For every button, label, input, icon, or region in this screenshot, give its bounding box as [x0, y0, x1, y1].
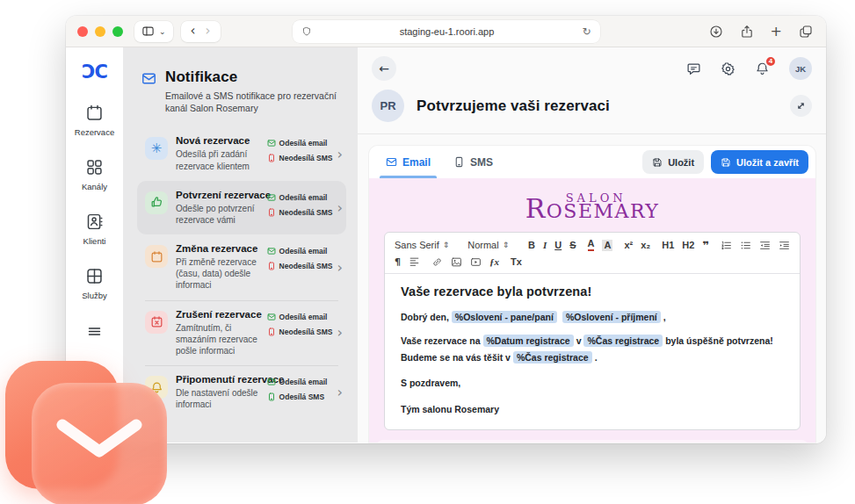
notification-desc: Dle nastavení odešle informaci [176, 387, 274, 410]
support-chat-icon[interactable] [686, 61, 701, 76]
notifications-bell-icon[interactable]: 4 [755, 61, 770, 76]
tab-overview-icon[interactable] [799, 25, 813, 39]
email-status-label: Odesílá email [279, 193, 328, 202]
zoom-window-button[interactable] [112, 26, 123, 37]
email-status-icon [267, 247, 276, 256]
sms-status-icon [267, 262, 276, 270]
refresh-icon[interactable]: ↻ [582, 25, 591, 38]
superscript-button[interactable]: x² [624, 241, 633, 250]
notification-title: Zrušení rezervace [176, 309, 267, 320]
email-status-icon [267, 193, 276, 202]
strikethrough-button[interactable]: S [569, 241, 576, 250]
indent-button[interactable] [779, 240, 790, 251]
editor-toolbar: Sans Serif⇕ Normal⇕ B I U S A [385, 233, 800, 274]
close-window-button[interactable] [77, 26, 88, 37]
notification-desc: Zamítnutím, či smazáním rezervace pošle … [176, 322, 274, 357]
notification-title: Nová rezervace [176, 135, 267, 146]
picker-arrows-icon: ⇕ [503, 241, 510, 249]
notification-item-zruseni-rezervace[interactable]: Zrušení rezervace Zamítnutím, či smazání… [137, 300, 346, 366]
placeholder-chip-time[interactable]: %Čas registrace [513, 351, 592, 364]
sms-status-icon [267, 154, 276, 162]
bullet-list-button[interactable] [740, 240, 751, 251]
email-status-icon [267, 139, 276, 148]
menu-button[interactable] [86, 323, 103, 340]
notification-item-zmena-rezervace[interactable]: Změna rezervace Při změně rezervace (čas… [137, 234, 346, 300]
expand-button[interactable] [790, 95, 812, 117]
formula-button[interactable]: ƒx [489, 257, 499, 267]
envelope-icon [32, 383, 167, 504]
calendar-x-icon [145, 311, 168, 334]
address-bar[interactable]: staging-eu-1.roori.app ↻ [293, 20, 600, 43]
align-button[interactable] [409, 256, 420, 268]
subscript-button[interactable]: x₂ [641, 241, 650, 250]
services-icon [85, 267, 104, 285]
notifications-panel: Notifikace Emailové a SMS notifikace pro… [123, 47, 358, 443]
chevron-down-icon: ⌄ [159, 27, 166, 36]
browser-window: ⌄ ‹ › staging-eu-1.roori.app ↻ + ƆC Reze… [66, 16, 826, 443]
email-main-text: Vaše rezervace na%Datum registracev%Čas … [401, 333, 784, 365]
save-close-button[interactable]: Uložit a zavřít [711, 150, 808, 174]
grid-icon [85, 158, 104, 176]
sms-status-icon [267, 328, 276, 336]
email-status-label: Odesílá email [279, 139, 328, 148]
user-avatar[interactable]: JK [789, 57, 812, 80]
text-direction-button[interactable]: ¶ [395, 257, 401, 267]
calendar-icon [85, 104, 104, 122]
back-nav-button[interactable]: ‹ [188, 25, 199, 38]
placeholder-chip-time[interactable]: %Čas registrace [583, 335, 663, 347]
tab-email[interactable]: Email [374, 146, 442, 178]
video-button[interactable] [470, 256, 482, 268]
contacts-icon [85, 212, 104, 231]
sidebar-item-klienti[interactable]: Klienti [83, 212, 106, 246]
notification-item-potvrzeni-rezervace[interactable]: Potvrzení rezervace Odešle po potvrzení … [137, 181, 346, 234]
save-button[interactable]: Uložit [642, 150, 704, 174]
panel-subtitle: Emailové a SMS notifikace pro rezervační… [165, 90, 346, 114]
heading2-button[interactable]: H2 [682, 241, 694, 250]
tab-sms[interactable]: SMS [442, 146, 504, 178]
email-status-icon [267, 378, 276, 386]
ordered-list-button[interactable] [721, 240, 732, 251]
notification-item-pripomenuti-rezervace[interactable]: Připomenutí rezervace Dle nastavení odeš… [137, 365, 346, 419]
forward-nav-button[interactable]: › [203, 25, 214, 38]
sidebar-item-kanaly[interactable]: Kanály [82, 158, 107, 191]
blockquote-button[interactable]: ❞ [702, 240, 709, 251]
italic-button[interactable]: I [543, 241, 547, 250]
app-logo[interactable]: ƆC [82, 61, 107, 83]
notification-item-nova-rezervace[interactable]: ✳ Nová rezervace Odesílá při zadání reze… [137, 126, 346, 180]
sidebar-toggle-button[interactable]: ⌄ [134, 21, 173, 42]
notification-desc: Při změně rezervace (času, data) odešle … [176, 256, 274, 292]
sidebar-item-sluzby[interactable]: Služby [82, 267, 107, 300]
placeholder-chip-date[interactable]: %Datum registrace [483, 335, 574, 347]
settings-gear-icon[interactable] [721, 61, 735, 76]
site-privacy-icon [301, 26, 312, 37]
highlight-color-button[interactable]: A [602, 240, 612, 251]
outdent-button[interactable] [759, 240, 771, 251]
underline-button[interactable]: U [554, 241, 562, 250]
link-button[interactable] [431, 256, 443, 268]
bold-button[interactable]: B [528, 241, 535, 250]
placeholder-chip-salutation[interactable]: %Oslovení - pane/paní [452, 311, 557, 323]
rich-text-editor[interactable]: Sans Serif⇕ Normal⇕ B I U S A [384, 232, 801, 430]
sidebar-item-label: Rezervace [75, 127, 114, 137]
clear-formatting-button[interactable]: Tx [511, 257, 522, 267]
picker-arrows-icon: ⇕ [443, 241, 450, 249]
size-picker[interactable]: Normal⇕ [467, 240, 517, 250]
placeholder-chip-lastname[interactable]: %Oslovení - příjmení [562, 311, 661, 323]
sidebar-item-rezervace[interactable]: Rezervace [75, 104, 114, 137]
back-button[interactable]: ← [372, 56, 396, 81]
hamburger-icon [86, 323, 103, 340]
email-body[interactable]: Vaše rezervace byla potvrzena! Dobrý den… [385, 274, 800, 429]
page-title: Potvrzujeme vaši rezervaci [417, 97, 610, 115]
heading1-button[interactable]: H1 [662, 241, 674, 250]
email-greeting: Dobrý den,%Oslovení - pane/paní%Oslovení… [401, 309, 784, 325]
new-tab-button[interactable]: + [771, 23, 782, 40]
notification-detail-card: Email SMS Uložit Uložit a zavřít [369, 146, 815, 443]
downloads-icon[interactable] [709, 25, 723, 39]
text-color-button[interactable]: A [588, 239, 595, 251]
share-icon[interactable] [740, 25, 754, 39]
image-button[interactable] [451, 256, 462, 268]
minimize-window-button[interactable] [95, 26, 105, 37]
font-picker[interactable]: Sans Serif⇕ [395, 240, 456, 250]
notification-desc: Odešle po potvrzení rezervace vámi [176, 203, 274, 226]
email-status-label: Odesílá email [279, 247, 328, 256]
